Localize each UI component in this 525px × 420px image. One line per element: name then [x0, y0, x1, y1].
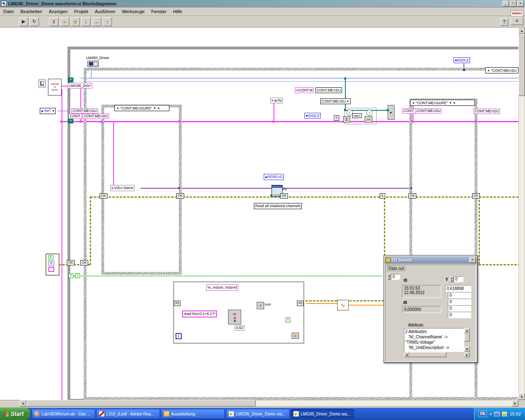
taskbar-task-folder[interactable]: Ausarbeitung	[161, 409, 225, 419]
close-button[interactable]: ×	[517, 1, 524, 7]
label-cont-measu-right[interactable]: CONT.MEASU	[415, 108, 442, 114]
selector-arrow-icon[interactable]: ►	[347, 100, 349, 103]
error-ring-icon[interactable]: !	[366, 110, 372, 116]
language-indicator[interactable]: DE	[479, 411, 487, 417]
dropdown-icon[interactable]: ▼	[52, 110, 55, 113]
dropdown-icon[interactable]: ▼	[153, 107, 156, 110]
attr-vscroll-thumb[interactable]	[464, 333, 470, 342]
attr-scroll-down-icon[interactable]: ▼	[464, 347, 470, 352]
diagram-canvas[interactable]: LM450_Driver ◆IDIDLE ◄"CONT.MEASU LMG95V…	[0, 27, 518, 400]
case-next-icon[interactable]: ►	[158, 107, 160, 110]
scan-from-string-icon[interactable]: ≡	[257, 302, 264, 309]
step-over-icon[interactable]: →	[92, 17, 101, 26]
iteration-terminal[interactable]: i	[176, 333, 182, 339]
case-selector-right[interactable]: ◄"CONT.MEASURE"▼►	[410, 100, 475, 106]
hscroll-left-icon[interactable]: ◄	[20, 400, 26, 406]
taskbar-task-labview-2[interactable]: LMG95_Driver_Demo wa...	[291, 409, 354, 419]
taskbar-task-browser[interactable]: LabVIEWforum.de - Das ...	[32, 409, 95, 419]
menu-fenster[interactable]: Fenster	[148, 8, 170, 15]
property-act-te[interactable]: acTe	[270, 98, 283, 103]
free-label[interactable]: Read all initailized channels	[254, 203, 302, 209]
help-icon[interactable]: ?	[500, 18, 508, 26]
wait-label[interactable]: WAIT	[352, 113, 362, 118]
label-cont-measu-left2[interactable]: CONT.MEASU	[82, 114, 109, 119]
dropdown-icon[interactable]: ▼	[449, 101, 452, 105]
demo-menu-icon[interactable]: ≡	[511, 17, 523, 25]
tunnel-ok[interactable]: OK	[100, 193, 107, 199]
menu-datei[interactable]: Datei	[0, 8, 17, 15]
boolean-false-constant[interactable]: F	[48, 255, 53, 260]
tunnel-ok[interactable]: OK	[176, 193, 184, 199]
attribute-listbox[interactable]: 2 Attribut(e): 'NI_ChannelName' -> "TRMS…	[404, 328, 464, 352]
run-continuous-icon[interactable]: ↻	[30, 17, 39, 26]
hscroll-thumb[interactable]	[27, 400, 256, 406]
boolean-true-constant[interactable]: T	[285, 317, 290, 322]
vscroll-down-icon[interactable]: ▼	[518, 393, 525, 400]
enum-selector-mid[interactable]: CONT.MEASU►	[320, 98, 351, 104]
retain-wire-values-icon[interactable]: ◇	[71, 17, 80, 26]
minimize-button[interactable]: _	[502, 1, 509, 7]
read-command-constant[interactable]: read NUAC1+6.17*	[182, 310, 217, 317]
probe-close-icon[interactable]: ×	[469, 257, 476, 263]
tray-chevron-icon[interactable]: «	[489, 411, 492, 416]
format-string-constant[interactable]: %.;%5s%.;%5s%f	[206, 284, 238, 291]
taskbar-task-labview-1[interactable]: LMG95_Driver_Demo wa...	[226, 409, 290, 419]
add-array-elements-icon[interactable]: Σ	[343, 116, 350, 123]
attr-hscroll-thumb[interactable]	[409, 352, 446, 357]
label-cont-prefix-right[interactable]: CONT:	[402, 108, 415, 114]
vscroll-thumb[interactable]	[518, 34, 525, 96]
run-icon[interactable]: ▶	[19, 17, 28, 26]
scale-function-icon[interactable]: -×+	[365, 116, 372, 123]
attr-scroll-up-icon[interactable]: ▲	[464, 328, 470, 333]
enum-cont-m[interactable]: ◆CONT.M	[295, 87, 314, 93]
error-cluster-constant[interactable]: F 0	[46, 253, 59, 276]
highlight-execution-icon[interactable]: ●	[60, 17, 69, 26]
enum-init[interactable]: ◆INIT▼	[40, 108, 56, 114]
error-ring-icon[interactable]: !	[347, 110, 353, 116]
probe-marker-5[interactable]: 5	[380, 193, 385, 199]
case-selector-main[interactable]: ◄"CONT.MEASU	[485, 67, 518, 73]
menu-bearbeiten[interactable]: Bearbeiten	[17, 8, 46, 15]
string-constant-empty[interactable]	[48, 267, 54, 272]
case-next-icon[interactable]: ►	[453, 101, 456, 105]
loop-condition-icon[interactable]	[292, 333, 299, 339]
menu-anzeigen[interactable]: Anzeigen	[46, 8, 71, 15]
case-selector-left[interactable]: ◄"CONT.MEASURE"▼►	[114, 105, 169, 111]
cluster-label-hash5[interactable]: #5	[297, 301, 304, 306]
tunnel-ok[interactable]: OK	[67, 260, 75, 265]
boolean-true-constant[interactable]: T	[68, 273, 73, 278]
start-button[interactable]: Start	[0, 408, 30, 420]
shift-register-icon[interactable]: ▼	[68, 119, 73, 123]
menu-projekt[interactable]: Projekt	[71, 8, 91, 15]
format-into-string-icon[interactable]: %	[228, 310, 241, 324]
attr-scroll-left-icon[interactable]: ◄	[404, 352, 409, 357]
case-prev-icon[interactable]: ◄	[487, 69, 490, 72]
vi-ref-icon[interactable]	[87, 61, 99, 67]
menu-werkzeuge[interactable]: Werkzeuge	[119, 8, 148, 15]
menu-ausfuehren[interactable]: Ausführen	[91, 8, 119, 15]
titlebar[interactable]: LMG95_Driver_Demo waveform.vi Blockdiagr…	[0, 0, 525, 7]
y-index-spinner[interactable]: ▲▼	[450, 276, 454, 282]
hscroll-right-icon[interactable]: ►	[512, 400, 518, 406]
taskbar-clock[interactable]: 15:02	[509, 411, 521, 416]
enum-ididle-top[interactable]: ◆IDIDLE	[454, 57, 470, 63]
select-function-icon[interactable]: ►	[388, 105, 395, 120]
tunnel-ok[interactable]: OK	[409, 193, 416, 199]
probe-titlebar[interactable]: [5] Sonde ×	[385, 256, 477, 264]
enum-reread[interactable]: ◆REREAD	[264, 174, 284, 180]
attr-scroll-right-icon[interactable]: ►	[464, 352, 470, 357]
tunnel-ok[interactable]: OK	[472, 193, 480, 199]
tunnel-ok[interactable]: OK	[80, 260, 88, 265]
numeric-constant-062[interactable]: 0,62	[235, 325, 244, 331]
menu-hilfe[interactable]: Hilfe	[170, 8, 185, 15]
string-constant-lmg95[interactable]: LMG95_Driv*	[68, 83, 92, 89]
case-prev-icon[interactable]: ◄	[412, 101, 415, 105]
vi-ref-label[interactable]: LM450_Driver	[86, 56, 110, 60]
vscroll-up-icon[interactable]: ▲	[518, 27, 525, 34]
index-constant[interactable]: 0	[334, 115, 339, 121]
boolean-true-constant[interactable]: T	[75, 273, 80, 278]
step-out-icon[interactable]: ↑	[103, 17, 112, 26]
label-cont-measu-mid[interactable]: CONT.MEASU	[315, 87, 342, 93]
vi-name-constant[interactable]: LMG95VIName	[48, 79, 62, 96]
step-into-icon[interactable]: ↓	[81, 17, 91, 26]
